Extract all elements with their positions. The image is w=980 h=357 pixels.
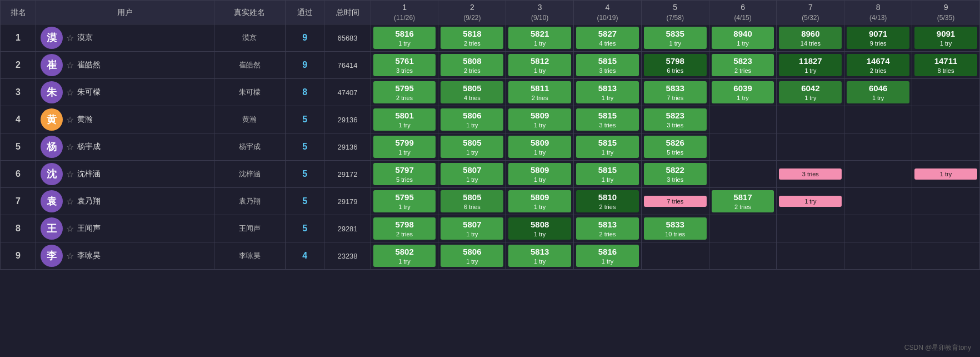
leaderboard-container: 排名 用户 真实姓名 通过 总时间 1 2 3 4 5 6 7 8 9 (11/… xyxy=(0,0,980,357)
table-row: 8王☆王闻声王闻声52928157982 tries58071 try58081… xyxy=(1,215,980,242)
user-cell: 杨☆杨宇成 xyxy=(36,133,214,161)
col-subheader-prob-8: (4/13) xyxy=(844,13,912,24)
rank-cell: 1 xyxy=(1,24,36,52)
score-cell-2: 58082 tries xyxy=(438,52,506,79)
score-value: 5761 xyxy=(374,56,435,67)
realname-cell: 王闻声 xyxy=(214,215,285,242)
score-cell-5: 58265 tries xyxy=(641,133,709,161)
score-cell-9 xyxy=(912,106,980,133)
star-icon[interactable]: ☆ xyxy=(66,196,74,207)
score-value: 5823 xyxy=(713,56,773,67)
score-value: 5835 xyxy=(645,28,706,39)
score-cell-8 xyxy=(844,106,912,133)
avatar: 袁 xyxy=(41,190,63,212)
rank-cell: 8 xyxy=(1,215,36,242)
score-value: 5807 xyxy=(442,219,502,230)
score-cell-1: 58011 try xyxy=(371,106,438,133)
leaderboard-body: 1漠☆漠京漠京96568358161 try58182 tries58211 t… xyxy=(1,24,980,270)
score-value: 5798 xyxy=(645,56,706,67)
score-cell-4: 58153 tries xyxy=(574,106,642,133)
score-cell-3: 58091 try xyxy=(506,188,574,215)
score-cell-2: 58061 try xyxy=(438,106,506,133)
tries-label: 1 try xyxy=(509,39,570,47)
user-cell: 朱☆朱可檬 xyxy=(36,79,214,106)
score-cell-2: 58051 try xyxy=(438,133,506,161)
score-value: 14674 xyxy=(848,56,908,67)
score-cell-8 xyxy=(844,161,912,188)
score-cell-4: 58131 try xyxy=(574,79,642,106)
star-icon[interactable]: ☆ xyxy=(66,224,74,234)
realname-cell: 杨宇成 xyxy=(214,133,285,161)
tries-label: 2 tries xyxy=(374,230,435,238)
score-value: 5813 xyxy=(509,246,570,257)
score-value: 5823 xyxy=(645,110,706,121)
tries-label: 1 try xyxy=(442,121,502,129)
score-cell-7 xyxy=(777,106,844,133)
tries-label: 1 try xyxy=(780,94,841,102)
score-cell-7 xyxy=(777,215,844,242)
col-subheader-prob-2: (9/22) xyxy=(438,13,506,24)
tries-label: 1 try xyxy=(780,197,841,205)
col-header-totaltime: 总时间 xyxy=(324,1,371,24)
star-icon[interactable]: ☆ xyxy=(66,251,74,261)
tries-label: 1 try xyxy=(509,203,570,211)
tries-label: 1 try xyxy=(374,257,435,265)
tries-label: 1 try xyxy=(916,39,976,47)
score-cell-2: 58054 tries xyxy=(438,79,506,106)
score-cell-4: 58151 try xyxy=(574,161,642,188)
score-cell-8 xyxy=(844,215,912,242)
col-header-prob-3: 3 xyxy=(506,1,574,13)
tries-label: 8 tries xyxy=(916,67,976,75)
rank-cell: 9 xyxy=(1,242,36,270)
col-header-user: 用户 xyxy=(36,1,214,24)
score-value: 8940 xyxy=(713,28,773,39)
star-icon[interactable]: ☆ xyxy=(66,60,74,71)
score-cell-3: 58091 try xyxy=(506,133,574,161)
score-value: 9091 xyxy=(916,28,976,39)
avatar: 王 xyxy=(41,217,63,240)
tries-label: 1 try xyxy=(713,94,773,102)
realname-cell: 李咏昊 xyxy=(214,242,285,270)
score-cell-1: 57991 try xyxy=(371,133,438,161)
score-value: 5811 xyxy=(509,83,570,94)
score-cell-7: 896014 tries xyxy=(777,24,844,52)
username-label: 漠京 xyxy=(77,33,93,43)
star-icon[interactable]: ☆ xyxy=(66,33,74,43)
star-icon[interactable]: ☆ xyxy=(66,87,74,98)
avatar: 漠 xyxy=(41,27,63,49)
table-row: 9李☆李咏昊李咏昊42323858021 try58061 try58131 t… xyxy=(1,242,980,270)
tries-label: 1 try xyxy=(442,230,502,238)
tries-label: 1 try xyxy=(509,148,570,156)
tries-label: 9 tries xyxy=(848,39,908,47)
star-icon[interactable]: ☆ xyxy=(66,115,74,125)
col-subheader-prob-7: (5/32) xyxy=(777,13,844,24)
score-cell-1: 57613 tries xyxy=(371,52,438,79)
score-value: 5816 xyxy=(577,246,638,257)
col-header-prob-4: 4 xyxy=(574,1,642,13)
table-row: 1漠☆漠京漠京96568358161 try58182 tries58211 t… xyxy=(1,24,980,52)
totaltime-cell: 29179 xyxy=(324,188,371,215)
rank-cell: 6 xyxy=(1,161,36,188)
score-value: 5812 xyxy=(509,56,570,67)
score-cell-3: 58081 try xyxy=(506,215,574,242)
tries-label: 2 tries xyxy=(713,203,773,211)
score-value: 5833 xyxy=(645,219,706,230)
star-icon[interactable]: ☆ xyxy=(66,142,74,152)
tries-label: 1 try xyxy=(374,148,435,156)
tries-label: 3 tries xyxy=(577,67,638,75)
totaltime-cell: 29136 xyxy=(324,106,371,133)
score-cell-6: 58232 tries xyxy=(709,52,777,79)
pass-cell: 5 xyxy=(285,133,324,161)
score-value: 14711 xyxy=(916,56,976,67)
star-icon[interactable]: ☆ xyxy=(66,169,74,180)
watermark: CSDN @星卯教育tony xyxy=(904,343,971,353)
score-cell-5: 7 tries xyxy=(641,188,709,215)
totaltime-cell: 47407 xyxy=(324,79,371,106)
avatar: 杨 xyxy=(41,136,63,158)
score-value: 5802 xyxy=(374,246,435,257)
pass-cell: 5 xyxy=(285,215,324,242)
tries-label: 1 try xyxy=(577,176,638,184)
score-cell-6 xyxy=(709,133,777,161)
table-row: 7袁☆袁乃翔袁乃翔52917957951 try58056 tries58091… xyxy=(1,188,980,215)
tries-label: 14 tries xyxy=(780,39,841,47)
